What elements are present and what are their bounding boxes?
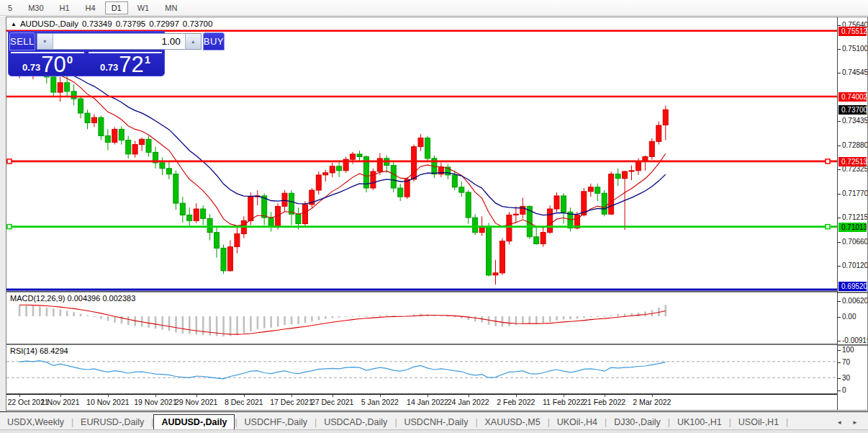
macd-histogram-bar — [32, 306, 35, 316]
price-axis-main[interactable]: 0.756400.751000.745450.734350.728800.723… — [838, 17, 867, 292]
candle-body — [554, 196, 559, 209]
price-tick-label: 0.70120 — [842, 262, 867, 269]
date-label: 27 Dec 2021 — [311, 398, 354, 406]
timeframe-h4[interactable]: H4 — [79, 1, 102, 14]
chart-tab-usdcnh-daily[interactable]: USDCNH-,Daily — [397, 415, 476, 430]
macd-histogram-bar — [107, 316, 109, 321]
axis-tick — [838, 194, 841, 195]
volume-decrease-button[interactable]: ▼ — [37, 34, 53, 49]
timeframe-mn[interactable]: MN — [158, 1, 184, 14]
candle-body — [187, 215, 192, 220]
rsi-line — [19, 361, 666, 379]
candle-body — [636, 161, 641, 171]
volume-increase-button[interactable]: ▲ — [185, 34, 201, 49]
date-tick — [196, 395, 197, 397]
chart-tab-bar: USDX,Weekly|EURUSD-,Daily|AUDUSD-,Daily|… — [0, 411, 868, 430]
macd-histogram-bar — [161, 316, 163, 330]
price-tick-label: 0.72880 — [842, 141, 867, 149]
rsi-indicator-pane[interactable]: RSI(14) 68.4294 — [6, 345, 837, 393]
candle-body — [541, 233, 546, 244]
chart-tab-xauusd-m5[interactable]: XAUUSD-,M5 — [478, 415, 548, 430]
macd-histogram-bar — [535, 316, 538, 323]
macd-histogram-bar — [230, 316, 232, 336]
chart-tab-audusd-daily[interactable]: AUDUSD-,Daily — [153, 414, 235, 430]
chart-tab-usoil-h1[interactable]: USOil-,H1 — [731, 415, 786, 430]
macd-histogram-bar — [134, 316, 136, 326]
hline-left-anchor[interactable] — [7, 159, 12, 164]
timeframe-w1[interactable]: W1 — [131, 1, 156, 14]
date-tick — [244, 395, 245, 397]
chart-tab-usdx-weekly[interactable]: USDX,Weekly — [0, 415, 71, 430]
price-axis[interactable]: 0.756400.751000.745450.734350.728800.723… — [837, 17, 867, 410]
macd-histogram-bar — [447, 316, 449, 317]
date-tick — [108, 395, 109, 397]
date-label: 19 Nov 2021 — [134, 398, 177, 406]
macd-histogram-bar — [583, 316, 585, 318]
candle-body — [58, 83, 63, 92]
macd-histogram-bar — [597, 316, 599, 317]
candle-body — [227, 247, 232, 271]
hline-left-anchor[interactable] — [7, 225, 12, 229]
candle-body — [459, 187, 464, 192]
macd-signal-line — [19, 305, 666, 334]
macd-histogram-bar — [638, 313, 640, 316]
macd-histogram-bar — [325, 316, 327, 319]
sell-price-display[interactable]: 0.73700 — [11, 52, 84, 76]
candle-body — [126, 140, 131, 154]
collapse-trade-panel-icon[interactable]: ▲ — [11, 21, 17, 27]
macd-histogram-bar — [263, 316, 266, 329]
axis-tick — [838, 301, 841, 302]
volume-input[interactable] — [53, 34, 185, 49]
macd-histogram-bar — [53, 308, 55, 316]
candle-body — [221, 248, 226, 270]
macd-histogram-bar — [665, 305, 667, 316]
macd-histogram-bar — [624, 314, 626, 317]
macd-histogram-bar — [556, 316, 558, 321]
timeframe-m30[interactable]: M30 — [22, 1, 50, 14]
candle-body — [473, 218, 478, 233]
price-tick-label: 0.70660 — [842, 238, 867, 246]
hline-right-anchor[interactable] — [826, 159, 830, 164]
macd-histogram-bar — [569, 316, 571, 319]
macd-histogram-bar — [243, 316, 245, 334]
macd-histogram-bar — [379, 316, 381, 316]
macd-tick-label: 0.00 — [842, 313, 856, 321]
chart-tab-usdcad-daily[interactable]: USDCAD-,Daily — [317, 415, 394, 430]
line-price-label: 0.72513 — [838, 157, 867, 166]
macd-histogram-bar — [542, 316, 544, 323]
chart-tab-ukoil-h4[interactable]: UKOil-,H4 — [550, 415, 605, 430]
date-label: 21 Feb 2022 — [583, 398, 625, 406]
date-axis[interactable]: 22 Oct 20211 Nov 202110 Nov 202119 Nov 2… — [6, 394, 837, 410]
sell-price-pip: 0 — [67, 53, 73, 66]
timeframe-d1[interactable]: D1 — [105, 1, 128, 14]
chart-tab-eurusd-daily[interactable]: EURUSD-,Daily — [73, 415, 151, 430]
macd-indicator-pane[interactable]: MACD(12,26,9) 0.004396 0.002383 — [6, 293, 837, 344]
macd-histogram-bar — [236, 316, 238, 335]
sell-button[interactable]: SELL — [9, 32, 35, 50]
candle-body — [466, 192, 471, 218]
candle-body — [248, 197, 253, 220]
macd-histogram-bar — [529, 316, 531, 323]
rsi-axis[interactable]: 10070300 — [838, 346, 867, 394]
buy-button[interactable]: BUY — [203, 32, 225, 50]
buy-price-display[interactable]: 0.73721 — [89, 52, 162, 76]
price-chart-pane[interactable]: ▲AUDUSD-,Daily0.733490.737950.729970.737… — [6, 17, 837, 291]
tab-scroll-left-icon[interactable]: ◄ — [836, 419, 842, 426]
timeframe-h1[interactable]: H1 — [53, 1, 76, 14]
chart-window: ▲AUDUSD-,Daily0.733490.737950.729970.737… — [6, 17, 868, 411]
macd-histogram-bar — [202, 316, 204, 335]
rsi-chart[interactable] — [6, 345, 837, 393]
macd-axis[interactable]: 0.006200.00-0.00919 — [838, 293, 867, 344]
candle-body — [337, 166, 342, 171]
chart-tab-usdchf-daily[interactable]: USDCHF-,Daily — [238, 415, 315, 430]
tab-scroll-right-icon[interactable]: ► — [852, 419, 858, 426]
date-tick — [380, 395, 381, 397]
chart-tab-uk100-h1[interactable]: UK100-,H1 — [670, 415, 729, 430]
candle-body — [105, 136, 110, 143]
hline-right-anchor[interactable] — [826, 225, 830, 229]
macd-histogram-bar — [175, 316, 177, 332]
axis-tick — [838, 218, 841, 218]
timeframe-5[interactable]: 5 — [1, 1, 19, 14]
chart-tab-dj30-daily[interactable]: DJ30-,Daily — [607, 415, 668, 430]
candle-body — [418, 138, 423, 147]
